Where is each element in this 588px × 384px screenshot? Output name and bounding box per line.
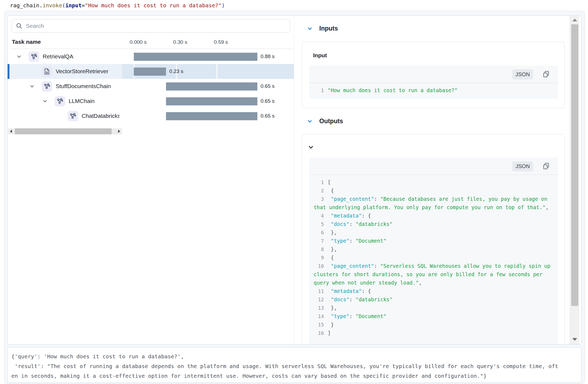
duration-label: 0.65 s <box>261 83 275 89</box>
json-format-badge[interactable]: JSON <box>512 69 533 79</box>
result-text-line: en in seconds, making it a cost-effectiv… <box>11 371 577 381</box>
scroll-right-button[interactable] <box>116 128 122 134</box>
inputs-section-header[interactable]: Inputs <box>307 25 338 32</box>
input-json-block: JSON 1"How much does it cost to run a da… <box>309 66 558 99</box>
json-code-line: 2 { <box>314 186 554 195</box>
task-label: RetrievalQA <box>43 53 73 60</box>
outputs-section-header[interactable]: Outputs <box>307 118 343 125</box>
tree-row-retrievalqa[interactable]: RetrievalQA0.88 s <box>8 49 294 64</box>
expand-chevron-icon[interactable] <box>30 84 35 89</box>
timeline-tick-label: 0.59 s <box>214 39 228 45</box>
duration-label: 0.88 s <box>261 54 275 59</box>
task-label: VectorStoreRetriever <box>56 68 108 75</box>
tree-row-chatdatabricks[interactable]: ChatDatabricks0.65 s <box>8 109 294 123</box>
timeline-gridline <box>217 64 217 79</box>
output-json-block: JSON 1[2 {3 "page_content": "Because dat… <box>309 158 558 344</box>
json-code-line: 3 "page_content": "Because databases are… <box>314 195 554 212</box>
document-icon <box>42 66 52 77</box>
expand-chevron-icon[interactable] <box>17 54 22 59</box>
json-code-line: 6 }, <box>314 228 554 237</box>
json-format-badge[interactable]: JSON <box>512 161 533 171</box>
vertical-scroll-thumb[interactable] <box>571 24 578 306</box>
scroll-left-button[interactable] <box>8 128 14 134</box>
code-block-toolbar: JSON <box>309 66 558 83</box>
duration-bar <box>166 82 257 91</box>
tree-row-stuffdocumentschain[interactable]: StuffDocumentsChain0.65 s <box>8 79 294 94</box>
expand-chevron-icon[interactable] <box>43 99 48 104</box>
input-field-label: Input <box>313 52 327 59</box>
search-input[interactable] <box>26 23 269 29</box>
chain-icon <box>42 81 52 92</box>
json-code-line: 1[ <box>314 178 554 186</box>
timeline-tick-label: 0.30 s <box>173 39 187 45</box>
search-box[interactable] <box>12 19 290 33</box>
chevron-down-icon <box>307 119 312 124</box>
json-code-line: 1"How much does it cost to run a databas… <box>314 86 554 95</box>
notebook-code-line: rag_chain.invoke(input="How much does it… <box>10 2 225 9</box>
output-card: JSON 1[2 {3 "page_content": "Because dat… <box>302 134 565 344</box>
vertical-scrollbar[interactable] <box>570 16 579 344</box>
search-icon <box>16 23 22 29</box>
copy-icon[interactable] <box>542 71 550 78</box>
duration-bar <box>166 112 257 120</box>
duration-bar <box>134 53 257 61</box>
trace-tree-panel: Task name 0.000 s0.30 s0.59 s RetrievalQ… <box>8 16 294 344</box>
json-code-line: 14 "type": "Document" <box>314 312 554 320</box>
outputs-title: Outputs <box>319 118 343 125</box>
code-block-toolbar: JSON <box>309 158 558 175</box>
json-code-line: 8 }, <box>314 245 554 253</box>
horizontal-scroll-thumb[interactable] <box>15 128 112 134</box>
copy-icon[interactable] <box>542 162 550 170</box>
chain-icon <box>29 51 39 62</box>
task-name-column-header: Task name <box>12 39 41 45</box>
json-code-line: 16] <box>314 329 554 337</box>
cell-output-container: Task name 0.000 s0.30 s0.59 s RetrievalQ… <box>4 11 585 383</box>
header-divider <box>11 49 294 49</box>
chain-icon <box>55 96 65 106</box>
result-text-line: 'result': "The cost of running a databas… <box>11 361 577 371</box>
duration-label: 0.65 s <box>261 98 275 104</box>
duration-bar <box>166 97 257 105</box>
gantt-header: Task name 0.000 s0.30 s0.59 s <box>8 38 294 49</box>
chevron-down-icon <box>307 26 312 31</box>
json-code-line: 12 "docs": "databricks" <box>314 295 554 304</box>
duration-label: 0.65 s <box>261 113 275 119</box>
scroll-up-button[interactable] <box>570 16 580 24</box>
json-code-line: 13 }, <box>314 304 554 312</box>
json-code-line: 4 "metadata": { <box>314 212 554 220</box>
json-code-line: 5 "docs": "databricks" <box>314 220 554 228</box>
timeline-tick-label: 0.000 s <box>130 39 147 45</box>
chain-icon <box>68 111 78 121</box>
result-output-box: {'query': 'How much does it cost to run … <box>7 347 582 383</box>
duration-label: 0.23 s <box>169 68 183 74</box>
selected-row-accent <box>8 64 9 79</box>
result-text-line: {'query': 'How much does it cost to run … <box>11 352 577 361</box>
input-card: Input JSON 1"How much does it cost to ru… <box>302 42 565 108</box>
task-label: ChatDatabricks <box>82 113 119 119</box>
tree-row-vectorstoreretriever[interactable]: VectorStoreRetriever0.23 s <box>8 64 294 79</box>
json-code-line: 11 "metadata": { <box>314 287 554 295</box>
horizontal-scrollbar[interactable] <box>8 128 122 134</box>
duration-bar <box>134 68 166 76</box>
task-label: LLMChain <box>69 98 95 104</box>
trace-viewer-widget: Task name 0.000 s0.30 s0.59 s RetrievalQ… <box>7 15 582 345</box>
tree-row-llmchain[interactable]: LLMChain0.65 s <box>8 94 294 109</box>
scroll-down-button[interactable] <box>570 335 580 344</box>
task-label: StuffDocumentsChain <box>56 83 111 89</box>
inputs-title: Inputs <box>319 25 338 32</box>
horizontal-scroll-track[interactable] <box>14 128 116 134</box>
collapse-chevron-icon[interactable] <box>308 145 314 150</box>
json-code-line: 9 { <box>314 253 554 262</box>
trace-detail-panel: Inputs Input JSON 1"How much does it cos… <box>294 16 570 344</box>
json-code-line: 7 "type": "Document" <box>314 237 554 245</box>
json-code-line: 10 "page_content": "Serverless SQL Wareh… <box>314 262 554 287</box>
json-code-line: 15 } <box>314 320 554 329</box>
